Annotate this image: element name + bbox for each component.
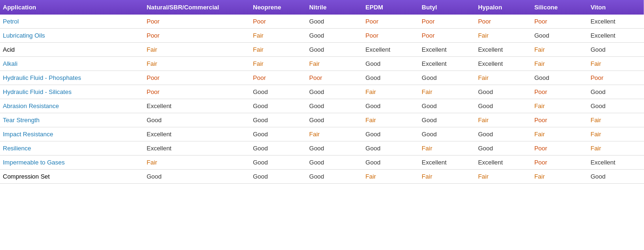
col-header-epdm: EPDM bbox=[362, 0, 419, 15]
value-cell: Good bbox=[306, 29, 363, 43]
application-cell: Abrasion Resistance bbox=[0, 99, 144, 113]
value-cell: Good bbox=[306, 85, 363, 99]
value-cell: Fair bbox=[250, 29, 306, 43]
value-cell: Excellent bbox=[475, 43, 531, 57]
value-cell: Good bbox=[362, 156, 419, 170]
application-link[interactable]: Hydraulic Fluid - Phosphates bbox=[3, 74, 81, 81]
value-cell: Good bbox=[531, 29, 588, 43]
value-cell: Good bbox=[306, 15, 363, 29]
application-cell: Compression Set bbox=[0, 170, 144, 184]
table-row: Compression SetGoodGoodGoodFairFairFairF… bbox=[0, 170, 644, 184]
value-cell: Good bbox=[362, 57, 419, 71]
value-cell: Excellent bbox=[419, 43, 475, 57]
value-cell: Good bbox=[306, 170, 363, 184]
value-cell: Good bbox=[250, 156, 306, 170]
value-cell: Fair bbox=[475, 113, 531, 127]
table-row: Abrasion ResistanceExcellentGoodGoodGood… bbox=[0, 99, 644, 113]
table-row: Lubricating OilsPoorFairGoodPoorPoorFair… bbox=[0, 29, 644, 43]
value-cell: Good bbox=[250, 85, 306, 99]
value-cell: Fair bbox=[419, 141, 475, 156]
table-header: Application Natural/SBR/Commercial Neopr… bbox=[0, 0, 644, 15]
value-cell: Good bbox=[362, 127, 419, 141]
value-cell: Excellent bbox=[419, 156, 475, 170]
value-cell: Fair bbox=[475, 71, 531, 85]
value-cell: Excellent bbox=[475, 156, 531, 170]
value-cell: Good bbox=[588, 170, 644, 184]
value-cell: Good bbox=[588, 99, 644, 113]
application-cell: Acid bbox=[0, 43, 144, 57]
value-cell: Fair bbox=[144, 43, 250, 57]
value-cell: Good bbox=[250, 127, 306, 141]
value-cell: Good bbox=[475, 99, 531, 113]
value-cell: Poor bbox=[588, 71, 644, 85]
table-row: Impermeable to GasesFairGoodGoodGoodExce… bbox=[0, 156, 644, 170]
value-cell: Poor bbox=[250, 71, 306, 85]
application-link[interactable]: Impermeable to Gases bbox=[3, 159, 65, 166]
value-cell: Poor bbox=[250, 15, 306, 29]
value-cell: Good bbox=[419, 127, 475, 141]
table-row: Impact ResistanceExcellentGoodFairGoodGo… bbox=[0, 127, 644, 141]
value-cell: Good bbox=[419, 113, 475, 127]
application-cell: Impermeable to Gases bbox=[0, 156, 144, 170]
col-header-silicone: Silicone bbox=[531, 0, 588, 15]
col-header-application: Application bbox=[0, 0, 144, 15]
value-cell: Fair bbox=[475, 170, 531, 184]
value-cell: Fair bbox=[306, 57, 363, 71]
value-cell: Good bbox=[144, 113, 250, 127]
application-link[interactable]: Alkali bbox=[3, 60, 17, 67]
application-link[interactable]: Hydraulic Fluid - Silicates bbox=[3, 88, 72, 95]
col-header-nitrile: Nitrile bbox=[306, 0, 363, 15]
value-cell: Excellent bbox=[475, 57, 531, 71]
value-cell: Poor bbox=[419, 15, 475, 29]
value-cell: Fair bbox=[588, 113, 644, 127]
value-cell: Good bbox=[362, 99, 419, 113]
value-cell: Good bbox=[362, 141, 419, 156]
application-cell: Tear Strength bbox=[0, 113, 144, 127]
value-cell: Poor bbox=[475, 15, 531, 29]
value-cell: Excellent bbox=[144, 99, 250, 113]
value-cell: Poor bbox=[531, 15, 588, 29]
value-cell: Fair bbox=[306, 127, 363, 141]
value-cell: Good bbox=[531, 71, 588, 85]
application-link[interactable]: Impact Resistance bbox=[3, 131, 53, 138]
value-cell: Fair bbox=[475, 29, 531, 43]
application-link[interactable]: Resilience bbox=[3, 145, 31, 152]
application-link[interactable]: Petrol bbox=[3, 18, 19, 25]
application-link[interactable]: Abrasion Resistance bbox=[3, 102, 59, 109]
table-body: PetrolPoorPoorGoodPoorPoorPoorPoorExcell… bbox=[0, 15, 644, 184]
table-row: AlkaliFairFairFairGoodExcellentExcellent… bbox=[0, 57, 644, 71]
application-cell: Lubricating Oils bbox=[0, 29, 144, 43]
table-row: AcidFairFairGoodExcellentExcellentExcell… bbox=[0, 43, 644, 57]
value-cell: Excellent bbox=[419, 57, 475, 71]
value-cell: Fair bbox=[531, 99, 588, 113]
value-cell: Good bbox=[419, 71, 475, 85]
value-cell: Good bbox=[475, 85, 531, 99]
value-cell: Good bbox=[250, 170, 306, 184]
value-cell: Fair bbox=[362, 170, 419, 184]
value-cell: Fair bbox=[531, 57, 588, 71]
value-cell: Good bbox=[475, 127, 531, 141]
value-cell: Excellent bbox=[144, 127, 250, 141]
value-cell: Poor bbox=[531, 141, 588, 156]
value-cell: Excellent bbox=[588, 15, 644, 29]
table-row: ResilienceExcellentGoodGoodGoodFairGoodP… bbox=[0, 141, 644, 156]
value-cell: Excellent bbox=[144, 141, 250, 156]
value-cell: Fair bbox=[531, 170, 588, 184]
value-cell: Fair bbox=[531, 43, 588, 57]
value-cell: Good bbox=[362, 71, 419, 85]
value-cell: Fair bbox=[362, 113, 419, 127]
table-row: PetrolPoorPoorGoodPoorPoorPoorPoorExcell… bbox=[0, 15, 644, 29]
application-cell: Resilience bbox=[0, 141, 144, 156]
value-cell: Poor bbox=[362, 15, 419, 29]
application-link[interactable]: Lubricating Oils bbox=[3, 32, 45, 39]
application-cell: Alkali bbox=[0, 57, 144, 71]
value-cell: Poor bbox=[531, 85, 588, 99]
application-cell: Petrol bbox=[0, 15, 144, 29]
value-cell: Fair bbox=[588, 57, 644, 71]
value-cell: Good bbox=[250, 99, 306, 113]
col-header-viton: Viton bbox=[588, 0, 644, 15]
value-cell: Poor bbox=[144, 29, 250, 43]
application-link[interactable]: Tear Strength bbox=[3, 117, 40, 124]
value-cell: Good bbox=[475, 141, 531, 156]
value-cell: Fair bbox=[588, 141, 644, 156]
